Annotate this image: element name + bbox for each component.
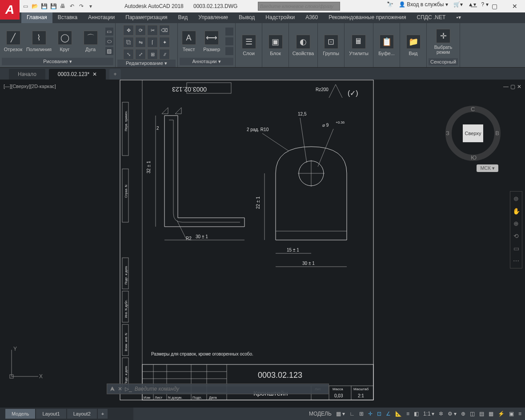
workspace-icon[interactable]: ⚙ ▾ (448, 411, 457, 417)
tab-a360[interactable]: A360 (300, 12, 323, 23)
dimension-button[interactable]: ⟷Размер (201, 29, 222, 54)
tab-annotate[interactable]: Аннотации (83, 12, 120, 23)
fillet-icon[interactable]: ⌈ (147, 37, 158, 48)
ortho-icon[interactable]: ⊞ (359, 411, 364, 417)
save-icon[interactable]: 💾 (40, 2, 48, 10)
view-cube[interactable]: Сверху С Ю В З (445, 107, 498, 160)
panel-touch-title[interactable]: Сенсорный (429, 58, 458, 65)
snap-icon[interactable]: ∟ (349, 411, 355, 417)
viewcube-south[interactable]: Ю (471, 154, 477, 161)
app-logo[interactable]: A (0, 0, 20, 20)
zoom-extents-icon[interactable]: ⊕ (513, 220, 519, 227)
line-button[interactable]: ╱Отрезок (2, 29, 24, 54)
command-line[interactable]: ⮝ ✕ ▷_ (107, 384, 329, 394)
otrack-icon[interactable]: ∠ (386, 411, 391, 417)
undo-icon[interactable]: ↶ (68, 2, 76, 10)
units-icon[interactable]: ◫ (470, 411, 475, 417)
saveas-icon[interactable]: 💾 (49, 2, 57, 10)
tab-model[interactable]: Модель (5, 409, 35, 419)
transparency-icon[interactable]: ◧ (414, 411, 419, 417)
tab-output[interactable]: Вывод (233, 12, 260, 23)
tab-insert[interactable]: Вставка (52, 12, 83, 23)
tab-manage[interactable]: Управление (193, 12, 233, 23)
minimize-button[interactable]: — (464, 0, 484, 12)
customize-icon[interactable]: ≡ (518, 411, 521, 417)
layers-button[interactable]: ☰Слои (238, 33, 260, 58)
rotate-icon[interactable]: ⟳ (135, 25, 146, 36)
view-button[interactable]: 📁Вид (402, 33, 425, 58)
scale-icon[interactable]: ⤢ (135, 49, 146, 60)
isolate-icon[interactable]: ▦ (489, 411, 493, 417)
cloud-icon[interactable] (225, 47, 233, 55)
panel-annot-title[interactable]: Аннотации ▾ (180, 58, 233, 65)
panel-modify-title[interactable]: Редактирование ▾ (117, 60, 176, 67)
vp-minimize-icon[interactable]: — (503, 84, 509, 90)
search-input[interactable] (258, 2, 340, 11)
copy-icon[interactable]: ⿻ (123, 37, 134, 48)
lineweight-icon[interactable]: ≡ (406, 411, 409, 417)
block-button[interactable]: ▣Блок (265, 33, 287, 58)
tab-spds[interactable]: СПДС .NET (412, 12, 451, 23)
table-icon[interactable] (225, 37, 233, 45)
mirror-icon[interactable]: ⇋ (135, 37, 146, 48)
tab-featured[interactable]: Рекомендованные приложения (323, 12, 411, 23)
maximize-button[interactable]: ▢ (484, 0, 505, 12)
tab-main[interactable]: Главная (21, 12, 52, 23)
arc-button[interactable]: ⌒Дуга (80, 29, 102, 54)
login-button[interactable]: 👤 Вход в службы ▾ (399, 1, 448, 8)
nav-more-icon[interactable]: ⋯ (513, 257, 519, 264)
offset-icon[interactable]: ⫽ (159, 49, 170, 60)
binoculars-icon[interactable]: 🔭 (387, 1, 393, 8)
annomonitor-icon[interactable]: ⊕ (461, 411, 465, 417)
text-button[interactable]: AТекст (180, 29, 198, 54)
hwacc-icon[interactable]: ⚡ (498, 411, 505, 417)
showmotion-icon[interactable]: ▭ (513, 245, 519, 252)
cmd-close-icon[interactable]: ✕ (118, 386, 122, 392)
polyline-button[interactable]: ⌇Полилиния (28, 29, 50, 54)
panel-draw-title[interactable]: Рисование ▾ (2, 58, 113, 65)
tab-document[interactable]: 0003.02.123* ✕ (49, 69, 106, 80)
plot-icon[interactable]: 🖶 (59, 2, 67, 10)
hatch-icon[interactable]: ▨ (105, 47, 113, 55)
clipboard-button[interactable]: 📋Буфе... (376, 33, 398, 58)
touchmode-button[interactable]: ✛Выбрать режим (432, 27, 454, 56)
tab-parametric[interactable]: Параметризация (120, 12, 172, 23)
properties-button[interactable]: ◐Свойства (292, 33, 314, 58)
tab-add-layout[interactable]: + (98, 409, 108, 419)
command-input[interactable] (135, 386, 326, 392)
new-icon[interactable]: ▭ (21, 2, 29, 10)
drawing-viewport[interactable]: [—][Сверху][2D-каркас] — ▢ ✕ 0003.02.123… (0, 80, 525, 408)
viewcube-north[interactable]: С (471, 106, 475, 112)
viewcube-west[interactable]: З (446, 130, 449, 136)
close-button[interactable]: ✕ (505, 0, 525, 12)
wcs-selector[interactable]: МСК ▾ (477, 164, 498, 172)
tab-layout1[interactable]: Layout1 (36, 409, 66, 419)
stretch-icon[interactable]: ⤡ (123, 49, 134, 60)
osnap-icon[interactable]: ⊡ (377, 411, 381, 417)
move-icon[interactable]: ✥ (123, 25, 134, 36)
array-icon[interactable]: ⊞ (147, 49, 158, 60)
utilities-button[interactable]: 🖩Утилиты (348, 33, 370, 58)
viewcube-face[interactable]: Сверху (463, 124, 483, 142)
grid-icon[interactable]: ▦ ▾ (336, 411, 345, 417)
tab-addins[interactable]: Надстройки (260, 12, 300, 23)
rect-icon[interactable]: ▭ (105, 28, 113, 36)
circle-button[interactable]: ◯Круг (54, 29, 76, 54)
cleanscreen-icon[interactable]: ▣ (509, 411, 514, 417)
status-model[interactable]: МОДЕЛЬ (309, 411, 332, 417)
annoscale-label[interactable]: 1:1 ▾ (423, 411, 434, 417)
redo-icon[interactable]: ↷ (77, 2, 85, 10)
annovis-icon[interactable]: ✲ (439, 411, 443, 417)
explode-icon[interactable]: ✦ (159, 37, 170, 48)
fullnav-icon[interactable]: ⊚ (513, 195, 519, 202)
quickprops-icon[interactable]: ▤ (479, 411, 484, 417)
polar-icon[interactable]: ✛ (368, 411, 373, 417)
tab-add-button[interactable]: + (109, 69, 121, 80)
tab-view[interactable]: Вид (173, 12, 193, 23)
exchange-icon[interactable]: 🛒▾ (453, 1, 463, 8)
cmd-history-icon[interactable]: ⮝ (110, 386, 115, 392)
vp-close-icon[interactable]: ✕ (517, 84, 521, 90)
tab-extra-icon[interactable]: ▪▾ (451, 12, 466, 23)
tab-layout2[interactable]: Layout2 (67, 409, 97, 419)
erase-icon[interactable]: ⌫ (159, 25, 170, 36)
